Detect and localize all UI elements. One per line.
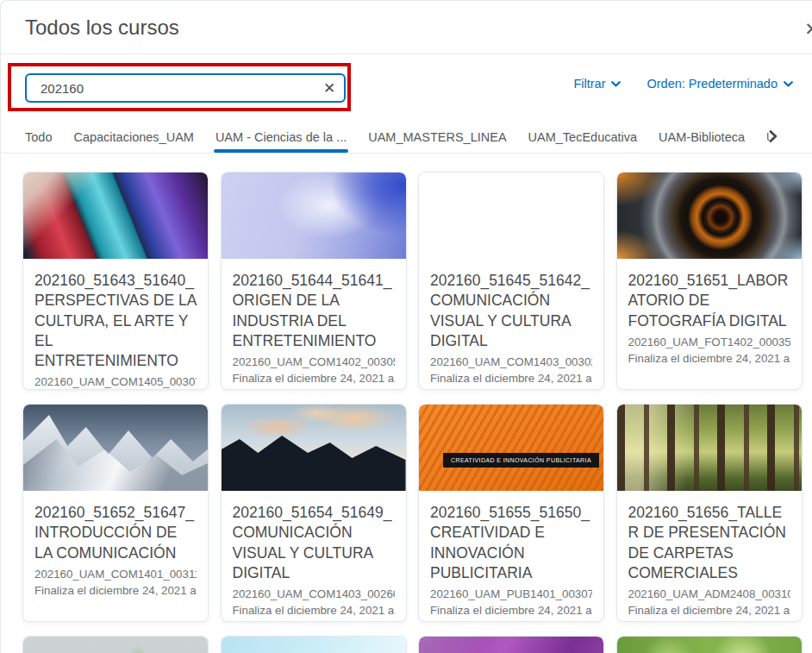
tab-capacitaciones-uam[interactable]: Capacitaciones_UAM (73, 122, 193, 153)
course-title[interactable]: 202160_51652_51647_INTRODUCCIÓN DE LA CO… (34, 503, 197, 563)
course-card-grid: 202160_51643_51640_PERSPECTIVAS DE LA CU… (1, 154, 812, 653)
course-card[interactable]: 202160_51645_51642_COMUNICACIÓN VISUAL Y… (418, 172, 604, 390)
tab-uam-teceducativa[interactable]: UAM_TecEducativa (528, 122, 638, 153)
filter-button[interactable]: Filtrar (573, 77, 621, 91)
all-courses-dialog: Todos los cursos ✕ ✕ Filtrar Orden: Pred… (0, 0, 812, 653)
banner-label: CREATIVIDAD E INNOVACIÓN PUBLICITARIA (443, 453, 599, 468)
course-title[interactable]: 202160_51655_51650_CREATIVIDAD E INNOVAC… (430, 503, 592, 583)
dialog-header: Todos los cursos ✕ (1, 1, 812, 54)
filter-label: Filtrar (573, 77, 605, 91)
course-image-flower-petals (222, 173, 406, 259)
course-end-date: Finaliza el diciembre 24, 2021 a la(s) (233, 370, 395, 386)
course-card[interactable]: 202160_51643_51640_PERSPECTIVAS DE LA CU… (22, 172, 209, 390)
course-end-date: Finaliza el diciembre 24, 2021 a la(s) (34, 582, 197, 599)
course-card[interactable]: 202160_51656_TALLER DE PRESENTACIÓN DE C… (616, 404, 803, 622)
course-title[interactable]: 202160_51654_51649_COMUNICACIÓN VISUAL Y… (233, 503, 395, 583)
chevron-right-icon (768, 130, 778, 142)
search-field-wrapper: ✕ (25, 73, 346, 103)
chevron-down-icon (784, 81, 793, 87)
course-card[interactable]: 202160_51651_LABORATORIO DE FOTOGRAFÍA D… (616, 172, 803, 390)
course-title[interactable]: 202160_51656_TALLER DE PRESENTACIÓN DE C… (628, 503, 790, 583)
course-title[interactable]: 202160_51645_51642_COMUNICACIÓN VISUAL Y… (430, 271, 592, 351)
course-image-snow-mountains (23, 405, 208, 491)
course-code: 202160_UAM_PUB1401_00307857 (430, 586, 592, 602)
course-end-date: Finaliza el diciembre 24, 2021 a la(s) (628, 602, 790, 618)
sort-label: Orden: Predeterminado (646, 77, 778, 91)
course-code: 202160_UAM_COM1403_0026028 (233, 586, 395, 602)
course-image-forest-aerial (419, 173, 603, 259)
clear-search-icon[interactable]: ✕ (318, 77, 340, 99)
course-image-pale-sky-tree (23, 637, 208, 653)
course-card[interactable]: 202160_51644_51641_ORIGEN DE LA INDUSTRI… (221, 172, 407, 390)
page-title: Todos los cursos (25, 16, 179, 40)
course-image-orange-banner: CREATIVIDAD E INNOVACIÓN PUBLICITARIA (419, 405, 603, 491)
search-input[interactable] (25, 73, 346, 103)
course-card[interactable]: 202160_51654_51649_COMUNICACIÓN VISUAL Y… (221, 404, 407, 622)
course-end-date: Finaliza el diciembre 24, 2021 a la(s) (430, 370, 592, 386)
course-image-blue-sky (222, 637, 406, 653)
course-image-sunset-mountains (222, 405, 406, 491)
chevron-down-icon (611, 81, 621, 87)
course-card[interactable]: 202160_51652_51647_INTRODUCCIÓN DE LA CO… (22, 404, 209, 622)
course-card[interactable] (22, 636, 209, 653)
org-unit-tabs: Todo Capacitaciones_UAM UAM - Ciencias d… (1, 122, 812, 154)
course-image-paintbrushes (23, 173, 208, 259)
tab-uam-masters-linea[interactable]: UAM_MASTERS_LINEA (368, 122, 506, 153)
course-card[interactable]: CREATIVIDAD E INNOVACIÓN PUBLICITARIA 20… (418, 404, 604, 622)
course-image-purple-texture (419, 637, 603, 653)
course-code: 202160_UAM_FOT1402_00035097 (628, 334, 790, 350)
course-card[interactable] (418, 636, 604, 653)
tab-uam-ciencias[interactable]: UAM - Ciencias de la ... (215, 122, 347, 153)
course-title[interactable]: 202160_51651_LABORATORIO DE FOTOGRAFÍA D… (628, 271, 790, 331)
course-code: 202160_UAM_COM1402_0030557 (233, 354, 395, 370)
course-code: 202160_UAM_ADM2408_0031026 (628, 586, 790, 602)
search-row: ✕ Filtrar Orden: Predeterminado (1, 54, 812, 122)
course-end-date: Finaliza el diciembre 24, 2021 a la(s) (233, 602, 395, 618)
tab-todo[interactable]: Todo (25, 122, 52, 153)
course-image-forest-trees (617, 405, 802, 491)
course-code: 202160_UAM_COM1401_0031128 (34, 566, 197, 582)
tabs-scroll-right-button[interactable] (764, 128, 783, 147)
course-title[interactable]: 202160_51643_51640_PERSPECTIVAS DE LA CU… (34, 271, 197, 371)
course-code: 202160_UAM_COM1405_0030799 (34, 374, 197, 390)
course-code: 202160_UAM_COM1403_0030238 (430, 354, 592, 370)
course-image-camera-lens (617, 173, 802, 259)
course-card[interactable] (616, 636, 803, 653)
close-icon[interactable]: ✕ (799, 16, 812, 42)
list-controls: Filtrar Orden: Predeterminado (573, 77, 793, 91)
sort-button[interactable]: Orden: Predeterminado (646, 77, 793, 91)
course-end-date: Finaliza el diciembre 24, 2021 a la(s) (628, 350, 790, 367)
course-end-date: Finaliza el diciembre 24, 2021 a la(s) (430, 602, 592, 618)
tab-uam-biblioteca[interactable]: UAM-Biblioteca (659, 122, 745, 153)
course-image-green-grass (617, 637, 802, 653)
course-card[interactable] (221, 636, 407, 653)
course-title[interactable]: 202160_51644_51641_ORIGEN DE LA INDUSTRI… (233, 271, 395, 351)
